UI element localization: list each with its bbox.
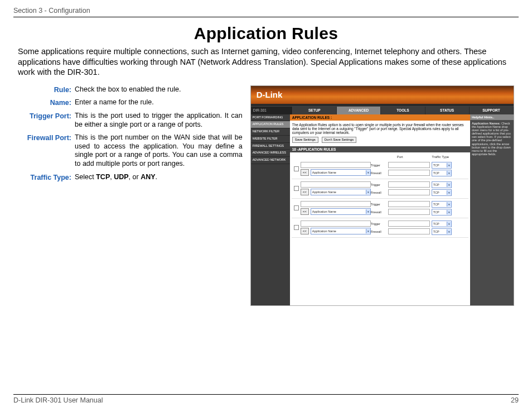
save-settings-button[interactable]: Save Settings	[292, 137, 318, 143]
rule-name-input[interactable]	[301, 181, 371, 188]
application-name-select[interactable]: Application Name	[311, 189, 371, 195]
apply-app-button[interactable]: <<	[301, 208, 309, 215]
application-name-select[interactable]: Application Name	[311, 169, 371, 176]
application-name-select[interactable]: Application Name	[311, 208, 371, 215]
nav-tab-setup[interactable]: SETUP	[293, 107, 337, 114]
definition-row: Firewall Port:This is the port number on…	[18, 133, 243, 169]
rules-table-title: 10 -APPLICATION RULES	[290, 146, 470, 152]
firewall-label: Firewall	[371, 171, 386, 175]
rule-row: <<Application NameTriggerTCPFirewallTCP	[292, 199, 468, 218]
definition-label: Name:	[18, 98, 75, 107]
main-panel: APPLICATION RULES : The Application Rule…	[290, 114, 470, 306]
brand-bar: D-Link	[251, 86, 514, 104]
rules-table: Port Traffic Type <<Application NameTrig…	[290, 152, 470, 239]
rule-row: <<Application NameTriggerTCPFirewallTCP	[292, 179, 468, 199]
definition-text: Check the box to enabled the rule.	[75, 85, 243, 94]
sidebar-item[interactable]: ADVANCED NETWORK	[251, 157, 290, 164]
header-rule	[13, 17, 519, 17]
footer-page-number: 29	[511, 396, 519, 404]
rule-enable-checkbox[interactable]	[294, 186, 299, 191]
hints-body: Check the Application Name drop down men…	[472, 122, 511, 155]
definition-row: Traffic Type:Select TCP, UDP, or ANY.	[18, 173, 243, 182]
sidebar-item[interactable]: FIREWALL SETTINGS	[251, 143, 290, 150]
definitions-list: Rule:Check the box to enabled the rule.N…	[18, 85, 243, 306]
definition-text: This is the port number on the WAN side …	[75, 133, 243, 169]
apply-app-button[interactable]: <<	[301, 189, 309, 195]
definition-label: Traffic Type:	[18, 173, 75, 182]
sidebar-item[interactable]: APPLICATION RULES	[251, 121, 290, 128]
application-name-select[interactable]: Application Name	[311, 228, 371, 234]
trigger-port-input[interactable]	[388, 201, 430, 207]
section-header: Section 3 - Configuration	[13, 7, 519, 16]
apply-app-button[interactable]: <<	[301, 228, 309, 234]
trigger-traffic-type-select[interactable]: TCP	[432, 221, 452, 227]
left-nav: PORT FORWARDINGAPPLICATION RULESNETWORK …	[251, 114, 290, 306]
trigger-traffic-type-select[interactable]: TCP	[432, 201, 452, 208]
firewall-port-input[interactable]	[388, 170, 430, 176]
definition-label: Firewall Port:	[18, 133, 75, 169]
dont-save-settings-button[interactable]: Don't Save Settings	[322, 137, 357, 143]
panel-description: The Application Rules option is used to …	[290, 121, 470, 146]
hints-title: Helpful Hints..	[470, 114, 514, 121]
rule-name-input[interactable]	[301, 162, 371, 168]
apply-app-button[interactable]: <<	[301, 169, 309, 176]
sidebar-item[interactable]: PORT FORWARDING	[251, 114, 290, 122]
rule-name-input[interactable]	[301, 201, 371, 207]
nav-tab-advanced[interactable]: ADVANCED	[337, 107, 381, 114]
brand-logo: D-Link	[257, 90, 283, 99]
trigger-traffic-type-select[interactable]: TCP	[432, 162, 452, 169]
firewall-traffic-type-select[interactable]: TCP	[432, 189, 452, 196]
footer-rule	[13, 394, 519, 395]
rule-name-input[interactable]	[301, 221, 371, 227]
rule-enable-checkbox[interactable]	[294, 205, 299, 210]
sidebar-item[interactable]: NETWORK FILTER	[251, 128, 290, 136]
footer-manual-title: D-Link DIR-301 User Manual	[13, 396, 103, 404]
trigger-port-input[interactable]	[388, 162, 430, 168]
page-title: Application Rules	[13, 24, 519, 43]
definition-text: Enter a name for the rule.	[75, 98, 243, 107]
col-traffic-type: Traffic Type	[429, 155, 452, 159]
intro-paragraph: Some applications require multiple conne…	[18, 46, 514, 78]
nav-tab-status[interactable]: STATUS	[425, 107, 470, 114]
nav-tab-support[interactable]: SUPPORT	[470, 107, 514, 114]
firewall-port-input[interactable]	[388, 189, 430, 195]
trigger-label: Trigger	[371, 183, 386, 186]
firewall-port-input[interactable]	[388, 228, 430, 234]
panel-title: APPLICATION RULES :	[290, 114, 470, 121]
definition-row: Name:Enter a name for the rule.	[18, 98, 243, 107]
trigger-traffic-type-select[interactable]: TCP	[432, 181, 452, 188]
firewall-traffic-type-select[interactable]: TCP	[432, 209, 452, 215]
definition-label: Rule:	[18, 85, 75, 94]
rule-row: <<Application NameTriggerTCPFirewallTCP	[292, 160, 468, 179]
trigger-port-input[interactable]	[388, 181, 430, 188]
nav-tab-tools[interactable]: TOOLS	[381, 107, 425, 114]
sidebar-item[interactable]: ADVANCED WIRELESS	[251, 150, 290, 157]
trigger-label: Trigger	[371, 164, 386, 167]
sidebar-item[interactable]: WEBSITE FILTER	[251, 136, 290, 143]
firewall-port-input[interactable]	[388, 209, 430, 215]
rule-enable-checkbox[interactable]	[294, 225, 299, 230]
top-nav: DIR-301 SETUPADVANCEDTOOLSSTATUSSUPPORT	[251, 107, 514, 114]
firewall-label: Firewall	[371, 230, 386, 233]
firewall-traffic-type-select[interactable]: TCP	[432, 228, 452, 235]
rule-row: <<Application NameTriggerTCPFirewallTCP	[292, 218, 468, 238]
router-admin-screenshot: D-Link DIR-301 SETUPADVANCEDTOOLSSTATUSS…	[250, 85, 514, 306]
rule-enable-checkbox[interactable]	[294, 166, 299, 171]
col-port: Port	[371, 155, 429, 159]
definition-row: Trigger Port:This is the port used to tr…	[18, 112, 243, 129]
trigger-port-input[interactable]	[388, 221, 430, 227]
definition-text: Select TCP, UDP, or ANY.	[75, 173, 243, 182]
firewall-label: Firewall	[371, 191, 386, 194]
trigger-label: Trigger	[371, 222, 386, 226]
firewall-label: Firewall	[371, 210, 386, 214]
firewall-traffic-type-select[interactable]: TCP	[432, 170, 452, 176]
model-label: DIR-301	[251, 107, 293, 114]
definition-text: This is the port used to trigger the app…	[75, 112, 243, 129]
hints-panel: Helpful Hints.. Application Names: Check…	[470, 114, 514, 306]
definition-label: Trigger Port:	[18, 112, 75, 129]
definition-row: Rule:Check the box to enabled the rule.	[18, 85, 243, 94]
trigger-label: Trigger	[371, 203, 386, 206]
